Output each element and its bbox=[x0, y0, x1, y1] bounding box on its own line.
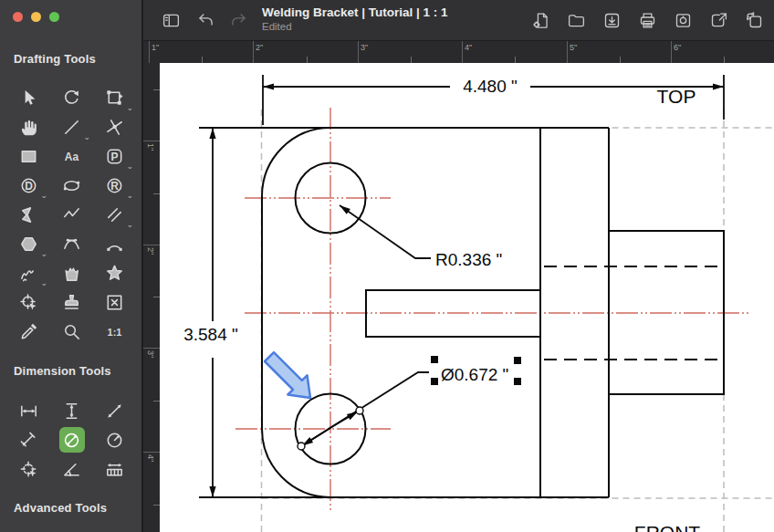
ruler-minor-tick bbox=[153, 89, 160, 90]
technical-drawing: 4.480 " 3.584 " R0.336 " Ø0.672 " TOP FR… bbox=[160, 63, 774, 532]
ruler-major-tick bbox=[671, 41, 672, 63]
zoom-tool[interactable] bbox=[50, 317, 93, 346]
ruler-minor-tick bbox=[724, 57, 725, 63]
actual-size-tool[interactable]: 1:1 bbox=[93, 317, 136, 346]
circle-diameter-tool[interactable]: D bbox=[7, 171, 50, 200]
open-folder-icon[interactable] bbox=[565, 9, 587, 31]
glyphplain-icon: 1:1 bbox=[104, 321, 125, 342]
ruler-major-tick bbox=[567, 41, 568, 63]
dimension-width-text[interactable]: 4.480 " bbox=[463, 77, 518, 96]
tool-sidebar: Drafting Tools AaPDR1:1 Dimension Tools … bbox=[0, 0, 143, 532]
dim-aligned-tool[interactable] bbox=[93, 396, 136, 425]
dim-center-tool[interactable] bbox=[7, 454, 50, 484]
bezier-tool[interactable] bbox=[50, 229, 93, 258]
regular-polygon-tool[interactable] bbox=[7, 229, 50, 258]
vertical-ruler: 1"2"3"4" bbox=[143, 63, 160, 532]
eyedropper-tool[interactable] bbox=[7, 317, 50, 346]
dimAligned-icon bbox=[104, 401, 125, 422]
print-icon[interactable] bbox=[636, 9, 658, 31]
svg-text:R: R bbox=[110, 179, 119, 192]
dim-radius-tool[interactable] bbox=[93, 425, 136, 454]
symbol-tool[interactable]: P bbox=[93, 141, 136, 171]
dimension-diameter-text[interactable]: Ø0.672 " bbox=[441, 365, 508, 384]
ruler-minor-tick bbox=[202, 57, 203, 63]
svg-text:Aa: Aa bbox=[65, 150, 79, 162]
zoom-window-button[interactable] bbox=[49, 12, 59, 22]
bezier-icon bbox=[61, 234, 82, 255]
select-tool[interactable] bbox=[7, 83, 50, 112]
ruler-label: 1" bbox=[152, 43, 159, 52]
dimAngle-icon bbox=[61, 459, 82, 480]
drawing-sheet[interactable]: 4.480 " 3.584 " R0.336 " Ø0.672 " TOP FR… bbox=[160, 63, 774, 532]
redo-icon[interactable] bbox=[227, 9, 249, 31]
ellipse-tool[interactable] bbox=[50, 171, 93, 200]
ruler-major-tick bbox=[143, 348, 160, 349]
import-icon[interactable] bbox=[601, 9, 622, 31]
dimension-height-text[interactable]: 3.584 " bbox=[183, 325, 238, 344]
select-icon bbox=[18, 88, 39, 109]
polygon-shape-tool[interactable] bbox=[7, 200, 50, 229]
ruler-minor-tick bbox=[515, 57, 516, 63]
ruler-label: 4" bbox=[146, 454, 155, 467]
pan-tool[interactable] bbox=[7, 112, 50, 141]
dimV-icon bbox=[61, 401, 82, 422]
circle-radius-tool[interactable]: R bbox=[93, 171, 136, 200]
dim-angle-tool[interactable] bbox=[50, 454, 93, 484]
dimRadius-icon bbox=[104, 430, 125, 451]
rotate-tool[interactable] bbox=[50, 83, 93, 112]
double-line-tool[interactable] bbox=[93, 200, 136, 229]
point-tool[interactable] bbox=[7, 287, 50, 317]
export-snapshot-icon[interactable] bbox=[672, 9, 694, 31]
close-window-button[interactable] bbox=[13, 12, 23, 22]
horizontal-ruler: 1"2"3"4"5"6" bbox=[143, 41, 774, 63]
dropper-icon bbox=[18, 321, 39, 342]
freehand-tool[interactable] bbox=[7, 258, 50, 287]
app-window: Drafting Tools AaPDR1:1 Dimension Tools … bbox=[0, 0, 774, 532]
rectangle-tool[interactable] bbox=[7, 141, 50, 171]
dim-baseline-tool[interactable] bbox=[93, 454, 136, 484]
dim-diameter-tool[interactable] bbox=[50, 425, 93, 454]
ellipse-icon bbox=[61, 175, 82, 196]
transform-tool[interactable] bbox=[93, 83, 136, 112]
ruler-label: 5" bbox=[570, 43, 577, 52]
dimension-radius-text[interactable]: R0.336 " bbox=[435, 250, 502, 269]
text-tool[interactable]: Aa bbox=[50, 141, 93, 171]
polyline-icon bbox=[61, 204, 82, 225]
arc-tool[interactable] bbox=[93, 229, 136, 258]
magnifier-icon bbox=[61, 321, 82, 342]
ruler-label: 3" bbox=[361, 43, 368, 52]
share-icon[interactable] bbox=[707, 9, 729, 31]
dimH-icon bbox=[18, 401, 39, 422]
dim-rotated-tool[interactable] bbox=[7, 425, 50, 454]
dimension-tools-heading: Dimension Tools bbox=[14, 364, 111, 378]
radius-leader bbox=[340, 205, 431, 258]
stamp-tool[interactable] bbox=[50, 287, 93, 317]
ruler-minor-tick bbox=[153, 193, 160, 194]
ruler-minor-tick bbox=[620, 57, 621, 63]
revert-icon[interactable] bbox=[743, 9, 765, 31]
document-settings-icon[interactable] bbox=[529, 9, 551, 31]
titlebar: Welding Bracket | Tutorial | 1 : 1 Edite… bbox=[143, 0, 774, 41]
line-icon bbox=[61, 117, 82, 138]
ruler-label: 2" bbox=[146, 247, 155, 260]
dimRotated-icon bbox=[18, 430, 39, 451]
detail-box-tool[interactable] bbox=[93, 287, 136, 317]
minimize-window-button[interactable] bbox=[31, 12, 41, 22]
ruler-major-tick bbox=[149, 41, 150, 63]
dim-horizontal-tool[interactable] bbox=[7, 396, 50, 425]
ruler-minor-tick bbox=[153, 505, 160, 506]
advanced-tools-heading: Advanced Tools bbox=[14, 501, 107, 515]
construction-line-tool[interactable] bbox=[93, 112, 136, 141]
ruler-major-tick bbox=[143, 452, 160, 453]
xbox-icon bbox=[104, 292, 125, 313]
dim-vertical-tool[interactable] bbox=[50, 396, 93, 425]
line-tool[interactable] bbox=[50, 112, 93, 141]
ruler-label: 1" bbox=[146, 143, 155, 156]
sidebar-toggle-icon[interactable] bbox=[160, 9, 182, 31]
undo-icon[interactable] bbox=[194, 9, 216, 31]
badge-icon: P bbox=[104, 146, 125, 167]
polyline-tool[interactable] bbox=[50, 200, 93, 229]
spline-shape-tool[interactable] bbox=[50, 258, 93, 287]
canvas-region: 1"2"3"4"5"6" 1"2"3"4" bbox=[143, 41, 774, 532]
star-tool[interactable] bbox=[93, 258, 136, 287]
